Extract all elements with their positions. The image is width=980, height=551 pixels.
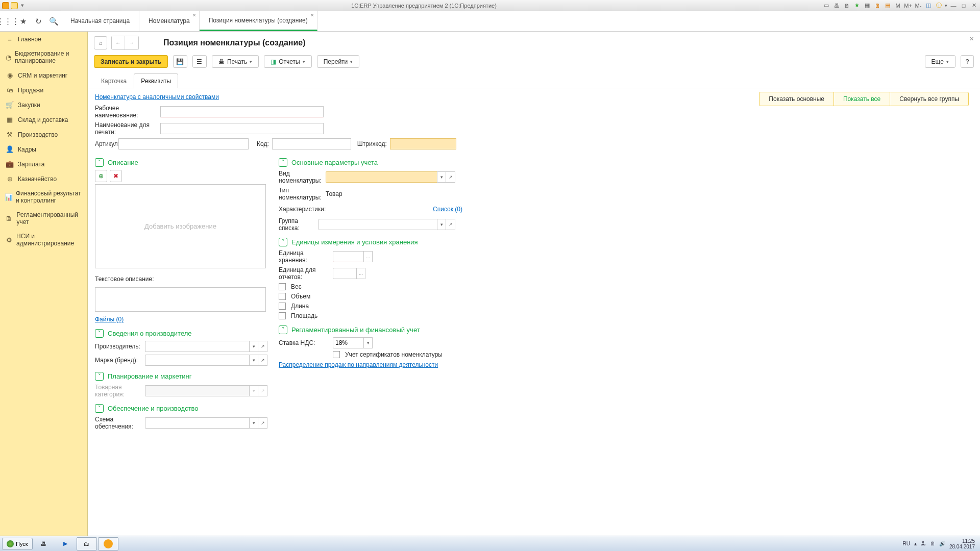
pill-collapse-all[interactable]: Свернуть все группы: [890, 92, 968, 106]
supply-scheme-input[interactable]: [145, 417, 249, 429]
ellipsis-icon[interactable]: …: [356, 268, 365, 279]
close-tab-icon[interactable]: ✕: [310, 13, 314, 18]
dropdown-icon[interactable]: ▾: [249, 341, 258, 352]
collapse-toggle-icon[interactable]: ˅: [95, 404, 104, 413]
list-button[interactable]: ☰: [192, 55, 207, 68]
pill-show-all[interactable]: Показать все: [834, 92, 890, 106]
panel-icon[interactable]: ▭: [822, 2, 830, 10]
volume-checkbox[interactable]: [279, 293, 286, 300]
close-icon[interactable]: ✕: [970, 2, 978, 10]
characteristics-link[interactable]: Список (0): [433, 206, 462, 213]
subtab-card[interactable]: Карточка: [94, 73, 134, 88]
image-placeholder[interactable]: Добавить изображение: [95, 184, 266, 268]
search-icon[interactable]: 🔍: [46, 11, 61, 31]
tab-home[interactable]: Начальная страница: [61, 11, 139, 31]
sidebar-item-production[interactable]: ⚒Производство: [0, 127, 87, 142]
minimize-icon[interactable]: —: [949, 2, 958, 10]
delete-image-button[interactable]: ✖: [110, 170, 122, 182]
print-name-input[interactable]: [160, 123, 324, 134]
report-unit-input[interactable]: [333, 268, 356, 279]
dropdown-icon[interactable]: ▾: [437, 171, 446, 183]
pill-show-main[interactable]: Показать основные: [760, 92, 834, 106]
open-icon[interactable]: ↗: [258, 341, 267, 352]
calendar-icon[interactable]: 🗓: [873, 2, 881, 10]
goto-button[interactable]: Перейти▾: [317, 55, 360, 68]
vat-input[interactable]: [333, 337, 363, 348]
save-close-button[interactable]: Записать и закрыть: [94, 55, 168, 68]
open-icon[interactable]: ↗: [258, 417, 267, 429]
brand-input[interactable]: [145, 355, 249, 366]
dropdown-icon[interactable]: ▾: [249, 417, 258, 429]
sidebar-item-admin[interactable]: ⚙НСИ и администрирование: [0, 229, 87, 251]
m-minus-icon[interactable]: M-: [914, 2, 922, 10]
collapse-toggle-icon[interactable]: ˅: [95, 329, 104, 338]
list-group-input[interactable]: [318, 219, 437, 230]
files-link[interactable]: Файлы (0): [95, 316, 124, 323]
sidebar-item-hr[interactable]: 👤Кадры: [0, 142, 87, 157]
doc-icon[interactable]: 🗎: [843, 2, 851, 10]
area-checkbox[interactable]: [279, 312, 286, 319]
favorite-icon[interactable]: ★: [15, 11, 31, 31]
dropdown-icon[interactable]: ▾: [249, 355, 258, 366]
close-tab-icon[interactable]: ✕: [192, 13, 197, 18]
dropdown-icon[interactable]: ▾: [437, 219, 446, 230]
apps-icon[interactable]: ⋮⋮⋮: [0, 11, 15, 31]
work-name-input[interactable]: [160, 106, 324, 117]
code-input[interactable]: [272, 138, 351, 149]
m-icon[interactable]: M: [894, 2, 902, 10]
print-icon[interactable]: 🖶: [832, 2, 841, 10]
grid-icon[interactable]: ▦: [863, 2, 871, 10]
forward-button[interactable]: →: [125, 36, 138, 49]
table-icon[interactable]: ▤: [884, 2, 892, 10]
collapse-toggle-icon[interactable]: ˅: [95, 158, 104, 167]
home-button[interactable]: ⌂: [94, 36, 107, 49]
more-button[interactable]: Еще▾: [925, 55, 955, 68]
back-button[interactable]: ←: [112, 36, 125, 49]
collapse-toggle-icon[interactable]: ˅: [279, 325, 287, 334]
length-checkbox[interactable]: [279, 303, 286, 310]
sidebar-item-finance[interactable]: 📊Финансовый результат и контроллинг: [0, 186, 87, 208]
star-icon[interactable]: ★: [853, 2, 861, 10]
subtab-props[interactable]: Реквизиты: [134, 73, 178, 88]
ellipsis-icon[interactable]: …: [363, 251, 373, 262]
close-page-icon[interactable]: ✕: [969, 36, 974, 42]
sidebar-item-main[interactable]: ≡Главное: [0, 32, 87, 46]
print-button[interactable]: 🖶Печать▾: [212, 55, 259, 68]
sidebar-item-budget[interactable]: ◔Бюджетирование и планирование: [0, 46, 87, 68]
weight-checkbox[interactable]: [279, 283, 286, 290]
open-icon[interactable]: ↗: [446, 219, 455, 230]
help-button[interactable]: ?: [961, 55, 974, 68]
sales-distribution-link[interactable]: Распределение продаж по направлениям дея…: [279, 361, 438, 368]
sidebar-item-treasury[interactable]: ⊕Казначейство: [0, 171, 87, 186]
tab-item-create[interactable]: Позиция номенклатуры (создание)✕: [200, 11, 317, 31]
article-input[interactable]: [118, 138, 249, 149]
store-unit-input[interactable]: [333, 251, 363, 262]
dropdown-indicator[interactable]: ▾: [21, 2, 24, 9]
barcode-input[interactable]: [390, 138, 456, 149]
sidebar-item-crm[interactable]: ◉CRM и маркетинг: [0, 68, 87, 83]
kind-input[interactable]: [326, 171, 437, 183]
history-icon[interactable]: ↻: [31, 11, 46, 31]
m-plus-icon[interactable]: M+: [904, 2, 912, 10]
sidebar-item-salary[interactable]: 💼Зарплата: [0, 157, 87, 171]
collapse-toggle-icon[interactable]: ˅: [95, 372, 104, 381]
add-image-button[interactable]: ⊕: [95, 170, 107, 182]
save-button[interactable]: 💾: [173, 55, 187, 68]
dropdown-icon[interactable]: ▾: [363, 337, 373, 348]
collapse-toggle-icon[interactable]: ˅: [279, 238, 287, 246]
sidebar-item-purchases[interactable]: 🛒Закупки: [0, 97, 87, 112]
sidebar-item-regulated[interactable]: 🗎Регламентированный учет: [0, 208, 87, 229]
info-icon[interactable]: ⓘ: [935, 2, 943, 10]
sidebar-item-warehouse[interactable]: ▦Склад и доставка: [0, 112, 87, 127]
reports-button[interactable]: ◨Отчеты▾: [264, 55, 311, 68]
manufacturer-input[interactable]: [145, 341, 249, 352]
open-icon[interactable]: ↗: [258, 355, 267, 366]
maximize-icon[interactable]: □: [960, 2, 968, 10]
sidebar-item-sales[interactable]: 🛍Продажи: [0, 83, 87, 97]
similar-items-link[interactable]: Номенклатура с аналогичными свойствами: [95, 93, 219, 101]
text-desc-input[interactable]: [95, 287, 266, 312]
layout-icon[interactable]: ◫: [924, 2, 933, 10]
window-menu-icon[interactable]: [11, 2, 18, 9]
tab-nomenclature[interactable]: Номенклатура✕: [139, 11, 200, 31]
collapse-toggle-icon[interactable]: ˅: [279, 158, 287, 167]
